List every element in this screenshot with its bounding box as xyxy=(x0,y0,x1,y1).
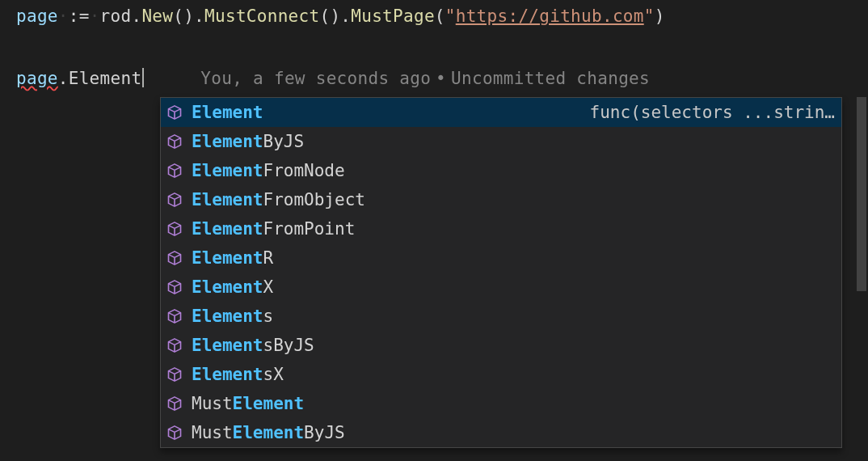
cube-icon xyxy=(166,162,183,180)
cube-icon xyxy=(166,336,183,354)
autocomplete-item[interactable]: ElementsByJS xyxy=(161,331,841,360)
label-suffix: R xyxy=(263,248,274,268)
autocomplete-item[interactable]: ElementX xyxy=(161,273,841,302)
autocomplete-item[interactable]: ElementByJS xyxy=(161,127,841,156)
whitespace: · xyxy=(58,6,69,26)
codelens-inline[interactable]: You, a few seconds ago•Uncommitted chang… xyxy=(200,69,650,88)
autocomplete-item[interactable]: MustElementByJS xyxy=(161,418,841,447)
label-match: Element xyxy=(192,277,263,297)
autocomplete-label: MustElementByJS xyxy=(192,423,835,442)
cube-icon xyxy=(166,278,183,296)
cube-icon xyxy=(166,133,183,150)
autocomplete-item[interactable]: Elementfunc(selectors ...strin… xyxy=(161,98,841,127)
label-match: Element xyxy=(192,336,263,355)
label-prefix: Must xyxy=(192,423,233,442)
codelens-status: Uncommitted changes xyxy=(451,69,650,88)
code-line-2[interactable]: page.ElementYou, a few seconds ago•Uncom… xyxy=(0,29,868,93)
identifier-page: page xyxy=(16,6,58,26)
cube-icon xyxy=(166,220,183,238)
autocomplete-item[interactable]: ElementsX xyxy=(161,360,841,389)
code-line-1[interactable]: page·:=·rod.New().MustConnect().MustPage… xyxy=(0,0,868,29)
autocomplete-item[interactable]: ElementFromNode xyxy=(161,156,841,185)
text-cursor xyxy=(142,68,144,87)
autocomplete-label: ElementFromObject xyxy=(192,190,835,209)
autocomplete-label: ElementX xyxy=(192,277,835,297)
label-suffix: sX xyxy=(263,365,284,384)
label-match: Element xyxy=(192,190,263,209)
autocomplete-item[interactable]: MustElement xyxy=(161,389,841,418)
autocomplete-label: MustElement xyxy=(192,394,835,413)
label-match: Element xyxy=(192,161,263,180)
identifier-page-error: page xyxy=(16,69,58,88)
typed-method: Element xyxy=(69,69,142,88)
fn-mustpage: MustPage xyxy=(351,6,435,26)
fn-mustconnect: MustConnect xyxy=(204,6,319,26)
label-match: Element xyxy=(192,132,263,151)
cube-icon xyxy=(166,366,183,383)
label-match: Element xyxy=(192,248,263,268)
label-match: Element xyxy=(192,365,263,384)
label-match: Element xyxy=(233,423,305,442)
label-suffix: X xyxy=(263,277,274,297)
autocomplete-label: ElementFromNode xyxy=(192,161,835,180)
autocomplete-item[interactable]: ElementFromPoint xyxy=(161,214,841,243)
autocomplete-label: Elements xyxy=(192,307,835,326)
label-prefix: Must xyxy=(192,394,233,413)
label-match: Element xyxy=(192,103,263,122)
string-url: https://github.com xyxy=(456,6,644,26)
close-paren: ) xyxy=(655,6,665,26)
dot: . xyxy=(340,6,351,26)
label-suffix: FromPoint xyxy=(263,219,356,239)
autocomplete-label: ElementsByJS xyxy=(192,336,835,355)
string-quote: " xyxy=(644,6,655,26)
cube-icon xyxy=(166,249,183,267)
label-match: Element xyxy=(192,219,263,239)
scrollbar-thumb[interactable] xyxy=(857,97,866,291)
codelens-author: You, a few seconds ago xyxy=(200,69,431,88)
dot: . xyxy=(58,69,69,88)
label-suffix: ByJS xyxy=(263,132,305,151)
cube-icon xyxy=(166,424,183,442)
operator-assign: := xyxy=(69,6,90,26)
separator-dot: • xyxy=(436,69,446,88)
autocomplete-popup[interactable]: Elementfunc(selectors ...strin…ElementBy… xyxy=(160,97,842,448)
cube-icon xyxy=(166,395,183,412)
label-suffix: s xyxy=(263,307,274,326)
cube-icon xyxy=(166,307,183,325)
scrollbar-vertical[interactable] xyxy=(855,97,868,446)
open-paren: ( xyxy=(435,6,445,26)
cube-icon xyxy=(166,104,183,121)
dot: . xyxy=(131,6,141,26)
identifier-rod: rod xyxy=(100,6,132,26)
autocomplete-label: ElementsX xyxy=(192,365,835,384)
autocomplete-label: ElementFromPoint xyxy=(192,219,835,239)
fn-new: New xyxy=(141,6,173,26)
label-match: Element xyxy=(233,394,305,413)
label-suffix: FromObject xyxy=(263,190,365,209)
autocomplete-detail: func(selectors ...strin… xyxy=(590,103,835,122)
autocomplete-label: ElementByJS xyxy=(192,132,835,151)
string-quote: " xyxy=(445,6,456,26)
parens: () xyxy=(319,6,340,26)
label-suffix: sByJS xyxy=(263,336,314,355)
autocomplete-label: Element xyxy=(192,103,590,122)
parens: () xyxy=(173,6,194,26)
label-suffix: ByJS xyxy=(304,423,345,442)
cube-icon xyxy=(166,191,183,209)
label-match: Element xyxy=(192,307,263,326)
label-suffix: FromNode xyxy=(263,161,345,180)
autocomplete-item[interactable]: ElementFromObject xyxy=(161,185,841,214)
autocomplete-label: ElementR xyxy=(192,248,835,268)
dot: . xyxy=(194,6,204,26)
autocomplete-item[interactable]: Elements xyxy=(161,302,841,331)
autocomplete-item[interactable]: ElementR xyxy=(161,243,841,273)
whitespace: · xyxy=(90,6,100,26)
